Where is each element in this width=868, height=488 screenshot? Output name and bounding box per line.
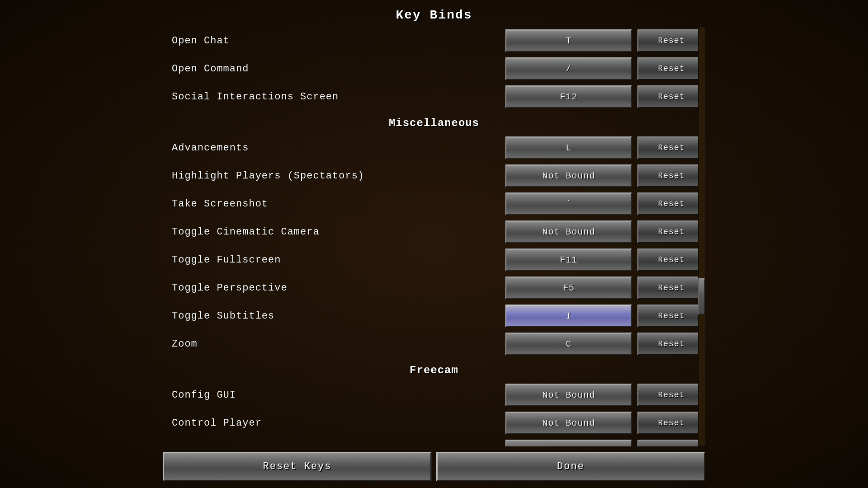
binding-row: Reset TripodNot BoundReset — [163, 437, 705, 446]
reset-binding-button[interactable]: Reset — [637, 85, 705, 108]
key-button[interactable]: / — [505, 57, 632, 80]
binding-row: Highlight Players (Spectators)Not BoundR… — [163, 162, 705, 190]
binding-label: Advancements — [163, 142, 505, 154]
binding-label: Control Player — [163, 418, 505, 429]
binding-row: Toggle Cinematic CameraNot BoundReset — [163, 218, 705, 246]
bindings-list: Open ChatTResetOpen Command/ResetSocial … — [163, 27, 705, 446]
reset-binding-button[interactable]: Reset — [637, 221, 705, 243]
binding-row: Toggle SubtitlesIReset — [163, 302, 705, 330]
key-button[interactable]: Not Bound — [505, 164, 632, 187]
binding-row: Open ChatTReset — [163, 27, 705, 55]
reset-binding-button[interactable]: Reset — [637, 305, 705, 327]
key-button[interactable]: T — [505, 29, 632, 52]
binding-label: Social Interactions Screen — [163, 91, 505, 103]
section-header-freecam: Freecam — [163, 358, 705, 381]
scrollbar-thumb[interactable] — [698, 278, 705, 314]
binding-row: Config GUINot BoundReset — [163, 381, 705, 409]
reset-binding-button[interactable]: Reset — [637, 412, 705, 434]
binding-row: Social Interactions ScreenF12Reset — [163, 83, 705, 111]
key-button[interactable]: Not Bound — [505, 440, 632, 446]
bottom-bar: Reset Keys Done — [163, 446, 705, 488]
reset-binding-button[interactable]: Reset — [637, 136, 705, 159]
reset-binding-button[interactable]: Reset — [637, 57, 705, 80]
binding-label: Open Chat — [163, 35, 505, 47]
key-button[interactable]: F12 — [505, 85, 632, 108]
binding-row: Take Screenshot`Reset — [163, 190, 705, 218]
reset-binding-button[interactable]: Reset — [637, 192, 705, 215]
binding-label: Toggle Fullscreen — [163, 254, 505, 266]
key-button[interactable]: I — [505, 305, 632, 327]
binding-row: Toggle FullscreenF11Reset — [163, 246, 705, 274]
key-button[interactable]: F11 — [505, 249, 632, 271]
section-header-miscellaneous: Miscellaneous — [163, 111, 705, 134]
key-button[interactable]: Not Bound — [505, 221, 632, 243]
key-button[interactable]: F5 — [505, 277, 632, 299]
key-button[interactable]: ` — [505, 192, 632, 215]
binding-label: Toggle Perspective — [163, 282, 505, 294]
binding-row: ZoomCReset — [163, 330, 705, 358]
title-bar: Key Binds — [0, 0, 868, 27]
key-button[interactable]: Not Bound — [505, 412, 632, 434]
content-wrapper: Open ChatTResetOpen Command/ResetSocial … — [163, 27, 705, 446]
binding-label: Config GUI — [163, 389, 505, 401]
binding-label: Take Screenshot — [163, 198, 505, 210]
page-container: Key Binds Open ChatTResetOpen Command/Re… — [0, 0, 868, 488]
reset-binding-button[interactable]: Reset — [637, 384, 705, 406]
key-button[interactable]: Not Bound — [505, 384, 632, 406]
binding-row: AdvancementsLReset — [163, 134, 705, 162]
reset-binding-button[interactable]: Reset — [637, 277, 705, 299]
reset-binding-button[interactable]: Reset — [637, 249, 705, 271]
binding-row: Open Command/Reset — [163, 55, 705, 83]
binding-label: Open Command — [163, 63, 505, 75]
reset-keys-button[interactable]: Reset Keys — [163, 452, 432, 481]
binding-label: Highlight Players (Spectators) — [163, 170, 505, 182]
reset-binding-button[interactable]: Reset — [637, 440, 705, 446]
key-button[interactable]: C — [505, 333, 632, 355]
binding-row: Control PlayerNot BoundReset — [163, 409, 705, 437]
reset-binding-button[interactable]: Reset — [637, 164, 705, 187]
binding-row: Toggle PerspectiveF5Reset — [163, 274, 705, 302]
bindings-scroll: Open ChatTResetOpen Command/ResetSocial … — [163, 27, 705, 446]
done-button[interactable]: Done — [436, 452, 705, 481]
binding-label: Toggle Cinematic Camera — [163, 226, 505, 238]
binding-label: Zoom — [163, 338, 505, 350]
reset-binding-button[interactable]: Reset — [637, 29, 705, 52]
reset-binding-button[interactable]: Reset — [637, 333, 705, 355]
binding-label: Toggle Subtitles — [163, 310, 505, 322]
key-button[interactable]: L — [505, 136, 632, 159]
page-title: Key Binds — [396, 8, 472, 22]
scrollbar-track[interactable] — [698, 27, 705, 446]
